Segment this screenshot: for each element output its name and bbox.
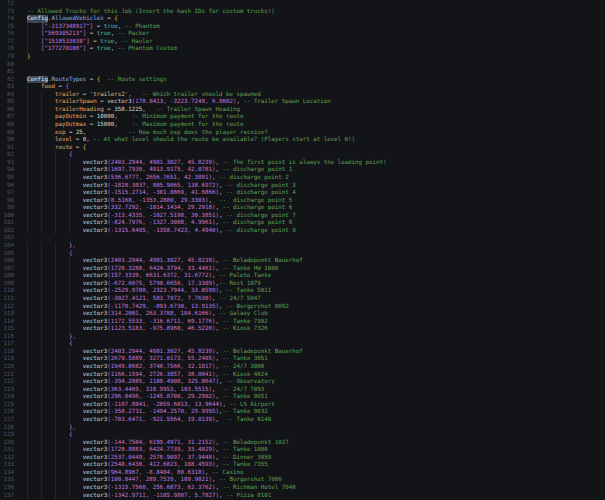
token-fn: vector3 <box>83 204 107 212</box>
token-cm: -- discharge point 8 <box>222 219 292 227</box>
indent-guide <box>27 340 69 348</box>
indent-guide <box>27 378 83 386</box>
token-fn: vector3 <box>83 280 107 288</box>
line-number: 74 <box>0 15 14 23</box>
code-line: 124vector3(296.0496, -1245.8700, 29.2902… <box>0 393 605 401</box>
code-line: 101vector3(-824.7976, -1327.3008, 4.9961… <box>0 219 605 227</box>
token-tx: , <box>114 38 121 46</box>
indent-guide <box>27 113 55 121</box>
code-line-content: vector3(1697.7930, 4913.9175, 42.0781), … <box>14 166 292 174</box>
code-line: 137vector3(-1342.9711, -1105.9807, 5.782… <box>0 492 605 500</box>
code-line-content: ["-2137348917"] = true, -- Phantom <box>14 23 160 31</box>
line-number: 86 <box>0 106 14 114</box>
token-b1: { <box>83 144 87 152</box>
indent-guide <box>27 182 83 190</box>
indent-guide <box>27 416 83 424</box>
token-pk: (1172.5533, -316.6711, 69.1776) <box>107 318 215 326</box>
token-cm: -- discharge point 6 <box>222 204 292 212</box>
line-number: 92 <box>0 151 14 159</box>
indent-guide <box>27 23 41 31</box>
token-cm: -- Which trailer should be spawned <box>142 91 261 99</box>
token-cm: -- discharge point 5 <box>219 197 292 205</box>
token-fn: vector3 <box>83 439 107 447</box>
token-pr: route <box>55 144 72 152</box>
indent-guide <box>27 461 83 469</box>
token-pk: (2403.2944, 4981.3027, 45.8239) <box>107 348 215 356</box>
code-line: 107vector3(1720.3288, 6424.3794, 33.4461… <box>0 265 605 273</box>
token-pr: trailerHeading <box>55 106 104 114</box>
line-number: 77 <box>0 38 14 46</box>
line-number: 131 <box>0 446 14 454</box>
code-line: 76["569305213"] = true, -- Packer <box>0 30 605 38</box>
token-tx: , <box>215 363 222 371</box>
token-bl: .AllowedVehicles <box>48 15 104 23</box>
indent-guide <box>27 431 69 439</box>
line-number: 110 <box>0 287 14 295</box>
token-pk: (1720.3288, 6424.3794, 33.4461) <box>107 265 215 273</box>
code-line: 75["-2137348917"] = true, -- Phantom <box>0 23 605 31</box>
indent-guide <box>27 492 83 500</box>
token-pk: (-358.2731, -1494.2570, 29.9995) <box>107 408 219 416</box>
code-line: 80 <box>0 61 605 69</box>
token-pk: (332.7292, -1014.1434, 29.2918) <box>107 204 215 212</box>
token-cm: -- Tanke 7302 <box>222 318 267 326</box>
indent-guide <box>27 371 83 379</box>
code-line: 102vector3(-1315.6495, -1358.7423, 4.494… <box>0 227 605 235</box>
code-line: 84trailer = 'trailers2', -- Which traile… <box>0 91 605 99</box>
code-line: 82Config.RouteTypes = { -- Route setting… <box>0 76 605 84</box>
line-number: 97 <box>0 189 14 197</box>
line-number: 100 <box>0 212 14 220</box>
code-line: 93vector3(2403.2944, 4981.3027, 45.8239)… <box>0 159 605 167</box>
token-tx: = <box>55 83 65 91</box>
token-cm: -- 24/7 5047 <box>219 295 261 303</box>
token-b2: }, <box>69 242 76 250</box>
line-number: 103 <box>0 234 14 242</box>
code-line: 127vector3(-703.6471, -921.5564, 19.0139… <box>0 416 605 424</box>
indent-guide <box>27 144 55 152</box>
token-pk: (-1820.3037, 805.9065, 138.6972) <box>107 182 219 190</box>
token-nm: 25 <box>76 129 83 137</box>
code-line-content: vector3(2537.0449, 2578.9097, 37.9448), … <box>14 454 271 462</box>
code-line-content: trailerHeading = 358.1225, -- Trailer Sp… <box>14 106 240 114</box>
code-line-content: vector3(-3027.4121, 583.7972, 7.7630), -… <box>14 295 261 303</box>
code-line-content <box>14 234 27 242</box>
token-cm: -- Tanke 8140 <box>226 416 271 424</box>
token-tx: = <box>65 129 75 137</box>
token-tx: , <box>215 159 222 167</box>
indent-guide <box>27 446 83 454</box>
code-line-content: { <box>14 340 72 348</box>
token-fn: vector3 <box>83 363 107 371</box>
line-number: 134 <box>0 469 14 477</box>
token-fn: vector3 <box>83 219 107 227</box>
indent-guide <box>27 303 83 311</box>
code-line: 98vector3(8.5168, -1353.2880, 29.3303), … <box>0 197 605 205</box>
code-line-content <box>14 61 27 69</box>
code-line: 117{ <box>0 340 605 348</box>
code-line-content: route = { <box>14 144 86 152</box>
indent-guide <box>27 393 83 401</box>
indent-guide <box>27 189 83 197</box>
token-pk: (363.4469, 318.9953, 103.5515) <box>107 386 212 394</box>
token-tx: , <box>114 113 131 121</box>
token-cy: true <box>100 38 114 46</box>
token-fn: vector3 <box>83 212 107 220</box>
code-line: 91route = { <box>0 144 605 152</box>
code-line: 104}, <box>0 242 605 250</box>
line-number: 99 <box>0 204 14 212</box>
line-number: 128 <box>0 424 14 432</box>
token-pk: (-1315.7560, 256.6873, 62.3762) <box>107 484 215 492</box>
indent-guide <box>27 386 83 394</box>
indent-guide <box>27 159 83 167</box>
token-cm: -- Tanke 5011 <box>226 287 271 295</box>
token-pk: (2548.6438, 412.6823, 108.4593) <box>107 461 215 469</box>
token-cm: -- Pizza 8101 <box>226 492 271 500</box>
code-line: 122vector3(-394.2885, 1108.4900, 325.864… <box>0 378 605 386</box>
code-line-content: vector3(-1315.6495, -1358.7423, 4.4940),… <box>14 227 296 235</box>
token-tx: , <box>222 401 229 409</box>
token-fn: vector3 <box>83 310 107 318</box>
indent-guide <box>27 469 83 477</box>
indent-guide <box>27 204 83 212</box>
code-editor[interactable]: 7273-- Allowed Trucks for this Job (Inse… <box>0 0 605 500</box>
line-number: 121 <box>0 371 14 379</box>
token-tx: , <box>236 98 243 106</box>
